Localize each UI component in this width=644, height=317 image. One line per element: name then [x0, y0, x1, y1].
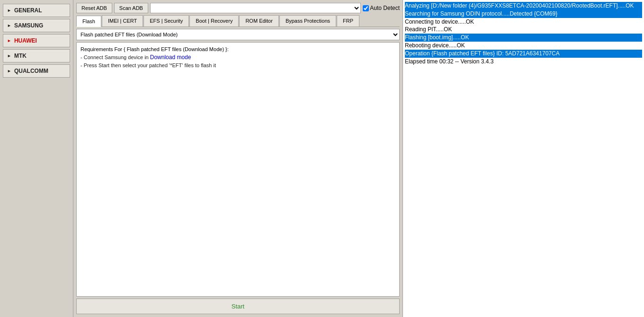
port-select-wrap	[150, 3, 361, 13]
log-line-1: Searching for Samsung ODIN protocol.....…	[405, 10, 642, 18]
sidebar-arrow-huawei: ►	[7, 38, 11, 43]
sidebar-item-samsung[interactable]: ►SAMSUNG	[3, 19, 70, 32]
auto-detect-checkbox-wrap: Auto Detect	[363, 5, 400, 11]
tab-frp[interactable]: FRP	[337, 15, 359, 26]
sidebar-arrow-samsung: ►	[7, 23, 11, 28]
auto-detect-checkbox[interactable]	[363, 5, 369, 11]
log-line-4: Flashing [boot.img].....OK	[405, 34, 642, 42]
reset-adb-button[interactable]: Reset ADB	[76, 3, 112, 13]
sidebar-arrow-qualcomm: ►	[7, 69, 11, 73]
sidebar-item-general[interactable]: ►GENERAL	[3, 4, 70, 17]
flash-mode-select[interactable]: Flash patched EFT files (Download Mode)	[76, 29, 400, 40]
sidebar-label-samsung: SAMSUNG	[14, 22, 43, 29]
requirements-box: Requirements For { Flash patched EFT fil…	[76, 42, 400, 297]
sidebar-arrow-general: ►	[7, 8, 11, 13]
toolbar: Reset ADB Scan ADB Auto Detect	[76, 3, 400, 13]
log-line-2: Connecting to device.....OK	[405, 18, 642, 26]
sidebar-arrow-mtk: ►	[7, 53, 11, 58]
sidebar-label-qualcomm: QUALCOMM	[14, 68, 48, 74]
tab-efs-security[interactable]: EFS | Security	[143, 15, 189, 26]
log-line-5: Rebooting device.....OK	[405, 42, 642, 50]
content-area: Flash patched EFT files (Download Mode) …	[76, 29, 400, 314]
sidebar: ►GENERAL►SAMSUNG►HUAWEI►MTK►QUALCOMM	[0, 0, 73, 317]
log-line-0: Analyzing [D:/New folder (4)/G935FXXS8ET…	[405, 2, 642, 10]
tab-flash[interactable]: Flash	[76, 16, 101, 27]
requirements-header: Requirements For { Flash patched EFT fil…	[80, 46, 395, 52]
sidebar-label-huawei: HUAWEI	[14, 37, 37, 44]
sidebar-item-huawei[interactable]: ►HUAWEI	[3, 34, 70, 47]
requirements-line-1: - Connect Samsung device in Download mod…	[80, 54, 395, 61]
requirements-line-2: - Press Start then select your patched '…	[80, 62, 395, 68]
tab-bar: FlashIMEI | CERTEFS | SecurityBoot | Rec…	[76, 15, 400, 27]
log-line-7: Elapsed time 00:32 -- Version 3.4.3	[405, 58, 642, 66]
start-button[interactable]: Start	[76, 299, 400, 314]
port-select[interactable]	[150, 3, 361, 13]
download-mode-link: Download mode	[150, 54, 191, 61]
scan-adb-button[interactable]: Scan ADB	[114, 3, 148, 13]
tab-imei-cert[interactable]: IMEI | CERT	[102, 15, 143, 26]
tab-bypass-protections[interactable]: Bypass Protections	[279, 15, 336, 26]
sidebar-label-general: GENERAL	[14, 7, 42, 14]
tab-rom-editor[interactable]: ROM Editor	[239, 15, 278, 26]
main-panel: Reset ADB Scan ADB Auto Detect FlashIMEI…	[73, 0, 402, 317]
start-button-wrap: Start	[76, 299, 400, 314]
auto-detect-label: Auto Detect	[370, 5, 400, 11]
sidebar-item-qualcomm[interactable]: ►QUALCOMM	[3, 64, 70, 78]
log-line-3: Reading PIT.....OK	[405, 26, 642, 34]
tab-boot-recovery[interactable]: Boot | Recovery	[189, 15, 239, 26]
log-panel: Analyzing [D:/New folder (4)/G935FXXS8ET…	[402, 0, 644, 317]
sidebar-item-mtk[interactable]: ►MTK	[3, 49, 70, 62]
flash-mode-select-wrap: Flash patched EFT files (Download Mode)	[76, 29, 400, 40]
sidebar-label-mtk: MTK	[14, 53, 27, 59]
log-line-6: Operation {Flash patched EFT files} ID: …	[405, 50, 642, 58]
